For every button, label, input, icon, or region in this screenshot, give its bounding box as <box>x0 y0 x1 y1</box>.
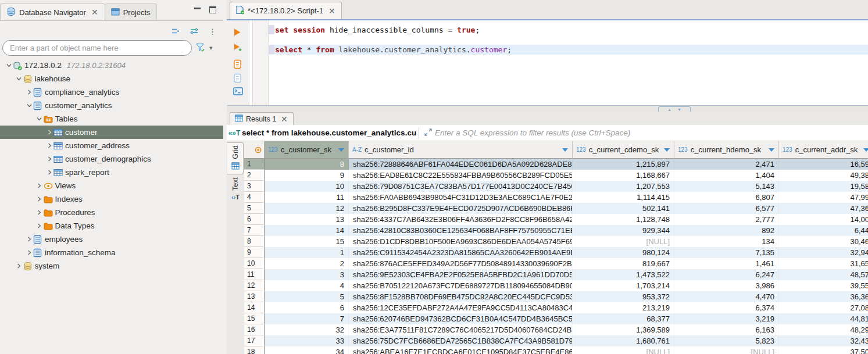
cell-c_customer_sk[interactable]: 2 <box>265 258 349 269</box>
sql-line[interactable]: select * from lakehouse.customer_analyti… <box>275 45 512 55</box>
close-icon[interactable]: ✕ <box>328 7 336 15</box>
tab-results-1[interactable]: Results 1 ✕ <box>230 112 294 125</box>
row-number[interactable]: 12 <box>244 280 265 291</box>
expand-icon[interactable] <box>424 128 433 138</box>
cell-c_customer_id[interactable]: sha256:EAD8E61C8C22E555834FBBA9B60556CB2… <box>349 170 573 181</box>
arrow-down-icon[interactable]: ▼ <box>677 108 681 112</box>
row-number[interactable]: 5 <box>244 203 265 214</box>
cell-c_current_hdemo_sk[interactable]: 1,404 <box>674 170 779 181</box>
chevron-collapsed-icon[interactable] <box>25 89 33 95</box>
row-number[interactable]: 13 <box>244 291 265 302</box>
cell-c_customer_sk[interactable]: 15 <box>265 236 349 247</box>
tree-item-compliance-analytics[interactable]: compliance_analytics <box>0 85 223 99</box>
cell-c_customer_sk[interactable]: 7 <box>265 313 349 324</box>
cell-c_customer_id[interactable]: sha256:8F1528BB708DF69EB475DC92A8C20EC44… <box>349 291 573 302</box>
tab-sql-script[interactable]: *<172.18.0.2> Script-1 ✕ <box>230 2 342 19</box>
link-with-editor-icon[interactable] <box>189 27 199 37</box>
column-menu-arrow-icon[interactable] <box>562 148 568 152</box>
cell-c_customer_id[interactable]: sha256:4337C7AB6432E3B06FF4A3636FD2F8CC8… <box>349 214 573 225</box>
cell-c_customer_sk[interactable]: 4 <box>265 280 349 291</box>
side-tab-grid[interactable]: Grid <box>227 142 244 174</box>
minimize-icon[interactable] <box>194 8 201 9</box>
row-number[interactable]: 15 <box>244 313 265 324</box>
cell-c_customer_sk[interactable]: 9 <box>265 170 349 181</box>
row-number[interactable]: 7 <box>244 225 265 236</box>
cell-c_customer_sk[interactable]: 10 <box>265 181 349 192</box>
row-number[interactable]: 2 <box>244 170 265 181</box>
column-header-c_current_hdemo_sk[interactable]: 123c_current_hdemo_sk <box>674 141 779 159</box>
cell-c_current_addr_sk[interactable]: 39,55 <box>779 280 868 291</box>
cell-c_customer_sk[interactable]: 3 <box>265 269 349 280</box>
cell-c_current_addr_sk[interactable]: 32,43 <box>779 335 868 346</box>
row-number[interactable]: 9 <box>244 247 265 258</box>
object-filter-input[interactable] <box>2 40 192 56</box>
cell-c_customer_sk[interactable]: 33 <box>265 335 349 346</box>
cell-c_current_hdemo_sk[interactable]: 6,163 <box>674 324 779 335</box>
cell-c_current_cdemo_sk[interactable]: 1,168,667 <box>573 170 674 181</box>
execute-new-tab-icon[interactable] <box>233 43 242 54</box>
filter-funnel-icon[interactable] <box>195 42 206 54</box>
cell-c_current_hdemo_sk[interactable]: 6,374 <box>674 302 779 313</box>
column-menu-arrow-icon[interactable] <box>664 148 670 152</box>
cell-c_current_cdemo_sk[interactable]: 929,344 <box>573 225 674 236</box>
cell-c_current_addr_sk[interactable]: 19,58 <box>779 181 868 192</box>
cell-c_current_hdemo_sk[interactable]: 2,777 <box>674 214 779 225</box>
tree-item-tables[interactable]: Tables <box>0 112 223 126</box>
chevron-down-icon[interactable]: ▾ <box>209 44 213 52</box>
tree-item-data-types[interactable]: Data Types <box>0 219 223 233</box>
cell-c_current_cdemo_sk[interactable]: 1,215,897 <box>573 159 674 170</box>
cell-c_current_cdemo_sk[interactable]: 502,141 <box>573 203 674 214</box>
cell-c_customer_id[interactable]: sha256:C9115342454A2323DA815865CAA326064… <box>349 247 573 258</box>
cell-c_current_hdemo_sk[interactable]: 5,823 <box>674 335 779 346</box>
sql-line[interactable]: set session hide_inaccessible_columns = … <box>275 25 480 35</box>
cell-c_customer_id[interactable]: sha256:9E52303CE4FBA2E2F0525E8A5BFBD2C1A… <box>349 269 573 280</box>
cell-c_customer_id[interactable]: sha256:42810C83B0360CE125634F068BAF8FF75… <box>349 225 573 236</box>
cell-c_current_hdemo_sk[interactable]: [NULL] <box>674 346 779 354</box>
chevron-collapsed-icon[interactable] <box>35 183 44 189</box>
cell-c_customer_sk[interactable]: 6 <box>265 302 349 313</box>
cell-c_current_cdemo_sk[interactable]: 819,667 <box>573 258 674 269</box>
cell-c_customer_id[interactable]: sha256:B295D8FC337E9E4FECD0725D907ACD6B6… <box>349 203 573 214</box>
close-icon[interactable]: ✕ <box>91 8 99 16</box>
cell-c_current_cdemo_sk[interactable]: 1,207,553 <box>573 181 674 192</box>
cell-c_current_addr_sk[interactable]: 48,29 <box>779 324 868 335</box>
cell-c_current_hdemo_sk[interactable]: 134 <box>674 236 779 247</box>
cell-c_current_cdemo_sk[interactable]: 1,680,761 <box>573 335 674 346</box>
side-tab-text[interactable]: Text ‹›T <box>227 175 244 203</box>
row-number[interactable]: 14 <box>244 302 265 313</box>
cell-c_customer_id[interactable]: sha256:B705122120A673FC7DE6889727DB11809… <box>349 280 573 291</box>
chevron-collapsed-icon[interactable] <box>25 236 33 242</box>
cell-c_current_hdemo_sk[interactable]: 3,986 <box>674 280 779 291</box>
column-header-c_customer_sk[interactable]: 123c_customer_sk <box>265 141 349 159</box>
cell-c_current_cdemo_sk[interactable]: 980,124 <box>573 247 674 258</box>
explain-plan-icon[interactable] <box>233 73 242 85</box>
cell-c_current_addr_sk[interactable]: 47,36 <box>779 203 868 214</box>
cell-c_customer_sk[interactable]: 1 <box>265 247 349 258</box>
row-number[interactable]: 17 <box>244 335 265 346</box>
chevron-collapsed-icon[interactable] <box>15 263 23 269</box>
cell-c_current_addr_sk[interactable]: 37,50 <box>779 346 868 354</box>
cell-c_current_addr_sk[interactable]: 47,99 <box>779 192 868 203</box>
chevron-expanded-icon[interactable] <box>5 62 13 69</box>
chevron-collapsed-icon[interactable] <box>25 249 33 256</box>
row-number[interactable]: 4 <box>244 192 265 203</box>
cell-c_current_hdemo_sk[interactable]: 1,461 <box>674 258 779 269</box>
cell-c_current_addr_sk[interactable]: 49,38 <box>779 170 868 181</box>
tree-item-customer-demographics[interactable]: customer_demographics <box>0 152 223 166</box>
cell-c_customer_sk[interactable]: 11 <box>265 192 349 203</box>
row-number[interactable]: 18 <box>244 346 265 354</box>
cell-c_customer_id[interactable]: sha256:620746BED947362BCD6CF31B0A4C547DD… <box>349 313 573 324</box>
cell-c_current_hdemo_sk[interactable]: 3,219 <box>674 313 779 324</box>
column-menu-arrow-icon[interactable] <box>769 148 774 152</box>
cell-c_customer_sk[interactable]: 5 <box>265 291 349 302</box>
cell-c_customer_id[interactable]: sha256:72888646ABF61FA044EDEC061D6DA5A09… <box>349 159 573 170</box>
tree-item-customer-analytics[interactable]: customer_analytics <box>0 99 223 112</box>
cell-c_customer_sk[interactable]: 14 <box>265 225 349 236</box>
cell-c_customer_id[interactable]: sha256:79D08751C3EA7C83BA57D177E00413D0C… <box>349 181 573 192</box>
execute-statement-icon[interactable] <box>233 28 241 38</box>
cell-c_current_hdemo_sk[interactable]: 2,471 <box>674 159 779 170</box>
result-filter-input[interactable]: Enter a SQL expression to filter results… <box>435 128 630 137</box>
grid-corner-cell[interactable] <box>244 141 265 159</box>
chevron-expanded-icon[interactable] <box>15 76 23 82</box>
tree-item-172-18-0-2[interactable]: 172.18.0.2172.18.0.2:31604 <box>0 59 223 72</box>
